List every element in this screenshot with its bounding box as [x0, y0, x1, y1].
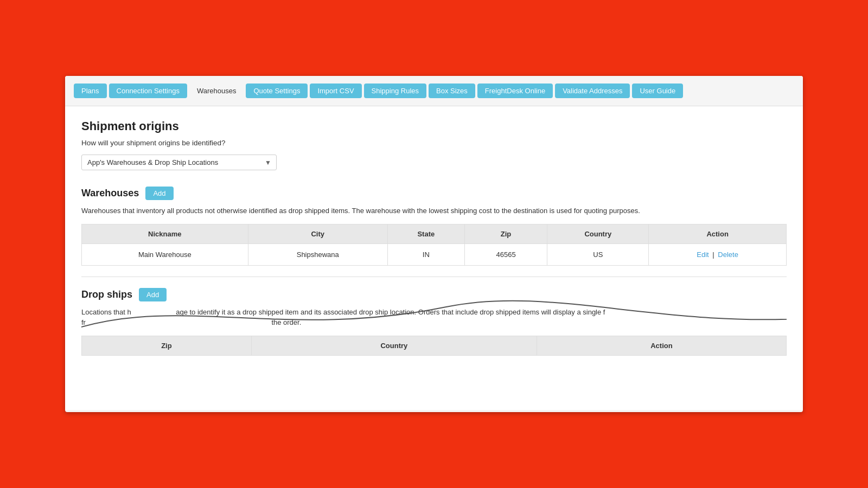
- shipment-origins-subtitle: How will your shipment origins be identi…: [81, 139, 787, 147]
- shipment-origins-dropdown[interactable]: App's Warehouses & Drop Ship LocationsSt…: [81, 155, 277, 170]
- tab-import-csv[interactable]: Import CSV: [310, 84, 361, 98]
- cell-nickname: Main Warehouse: [82, 243, 248, 265]
- content-area: Shipment origins How will your shipment …: [65, 106, 803, 410]
- tab-connection-settings[interactable]: Connection Settings: [109, 84, 187, 98]
- main-container: PlansConnection SettingsWarehousesQuote …: [65, 76, 803, 412]
- drop-ships-title: Drop ships: [81, 289, 132, 300]
- cell-country: US: [547, 243, 649, 265]
- tab-validate-addresses[interactable]: Validate Addresses: [555, 84, 630, 98]
- warehouses-table-header-row: Nickname City State Zip Country Action: [82, 224, 787, 243]
- col-action: Action: [649, 224, 787, 243]
- tab-shipping-rules[interactable]: Shipping Rules: [364, 84, 426, 98]
- shipment-origins-title: Shipment origins: [81, 119, 787, 133]
- tab-user-guide[interactable]: User Guide: [632, 84, 683, 98]
- tab-freightdesk-online[interactable]: FreightDesk Online: [477, 84, 553, 98]
- col-city: City: [248, 224, 387, 243]
- col-country: Country: [547, 224, 649, 243]
- cell-state: IN: [387, 243, 464, 265]
- cell-city: Shipshewana: [248, 243, 387, 265]
- warehouses-section-header: Warehouses Add: [81, 187, 787, 200]
- tab-bar: PlansConnection SettingsWarehousesQuote …: [65, 76, 803, 106]
- edit-link[interactable]: Edit: [697, 251, 709, 259]
- cell-action: Edit | Delete: [649, 243, 787, 265]
- ds-col-action: Action: [537, 336, 786, 355]
- drop-ships-section: Drop ships Add Locations that have a pro…: [81, 288, 787, 367]
- table-row: Main Warehouse Shipshewana IN 46565 US E…: [82, 243, 787, 265]
- drop-ships-table: Zip Country Action: [81, 336, 787, 356]
- col-nickname: Nickname: [82, 224, 248, 243]
- warehouses-title: Warehouses: [81, 188, 139, 199]
- drop-ships-add-button[interactable]: Add: [139, 288, 167, 301]
- tab-warehouses[interactable]: Warehouses: [189, 84, 244, 98]
- ds-col-country: Country: [251, 336, 537, 355]
- col-zip: Zip: [464, 224, 547, 243]
- tab-box-sizes[interactable]: Box Sizes: [429, 84, 475, 98]
- cell-zip: 46565: [464, 243, 547, 265]
- shipment-origins-dropdown-wrapper: App's Warehouses & Drop Ship LocationsSt…: [81, 155, 277, 170]
- tab-quote-settings[interactable]: Quote Settings: [246, 84, 308, 98]
- warehouses-table: Nickname City State Zip Country Action M…: [81, 224, 787, 266]
- drop-ships-description: Locations that have a product age to ide…: [81, 307, 787, 328]
- drop-ships-table-header-row: Zip Country Action: [82, 336, 787, 355]
- delete-link[interactable]: Delete: [718, 251, 738, 259]
- section-divider: [81, 277, 787, 277]
- col-state: State: [387, 224, 464, 243]
- ds-col-zip: Zip: [82, 336, 252, 355]
- warehouses-description: Warehouses that inventory all products n…: [81, 206, 787, 216]
- action-separator: |: [712, 251, 716, 259]
- drop-ships-section-header: Drop ships Add: [81, 288, 787, 301]
- tab-plans[interactable]: Plans: [74, 84, 107, 98]
- warehouses-add-button[interactable]: Add: [145, 187, 173, 200]
